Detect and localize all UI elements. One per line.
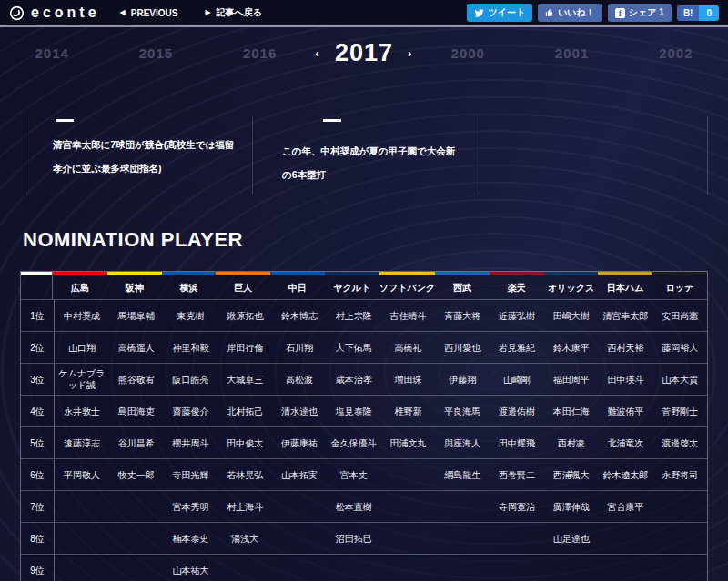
table-row: 6位平岡敬人牧丈一郎寺田光輝若林晃弘山本拓実宮本丈綱島龍生西巻賢二西浦颯大鈴木遼… (21, 458, 707, 490)
player-cell: 伊藤康祐 (272, 427, 327, 458)
hatena-bookmark-button[interactable]: B! 0 (677, 5, 719, 21)
team-name: 巨人 (234, 275, 252, 299)
hatena-icon: B! (677, 5, 700, 21)
share-label: シェア 1 (629, 6, 664, 19)
player-cell: 岸田行倫 (217, 332, 272, 363)
player-cell: ケムナブラッド誠 (55, 364, 109, 395)
player-cell: 谷川昌希 (109, 427, 164, 458)
player-cell (109, 491, 164, 522)
player-cell: 村上宗隆 (327, 300, 381, 331)
econte-logo-icon (9, 5, 25, 21)
player-cell: 清宮幸太郎 (599, 300, 653, 331)
timeline-year-2015[interactable]: 2015 (104, 45, 207, 61)
player-cell: 高松渡 (272, 364, 327, 395)
player-cell: 田浦文丸 (381, 427, 436, 458)
player-cell: 宮台康平 (599, 491, 653, 522)
player-cell: 清水達也 (272, 396, 327, 426)
player-cell: 山崎剛 (490, 364, 544, 395)
tweet-button[interactable]: ツイート (467, 4, 532, 22)
player-cell: 鈴木博志 (272, 300, 327, 331)
rank-label: 4位 (21, 396, 55, 426)
player-cell: 中村奨成 (55, 300, 109, 331)
player-cell: 綱島龍生 (435, 459, 490, 490)
player-cell: 遠藤淳志 (55, 427, 109, 458)
team-header: 日本ハム (598, 272, 652, 299)
like-button[interactable]: いいね！ (538, 4, 602, 22)
team-header: 阪神 (107, 272, 162, 299)
team-name: 日本ハム (607, 275, 643, 299)
player-cell: 大下佑馬 (327, 332, 381, 363)
next-year-arrow-icon[interactable]: › (408, 46, 412, 60)
player-cell: 渡邊啓太 (652, 427, 707, 458)
prev-year-arrow-icon[interactable]: ‹ (316, 46, 320, 60)
team-header: 巨人 (216, 272, 270, 299)
timeline-year-2000[interactable]: 2000 (416, 45, 520, 61)
team-name: 阪神 (126, 275, 144, 299)
fact-text-right: この年、中村奨成が夏の甲子園で大会新の6本塁打 (282, 139, 464, 187)
player-cell: 神里和毅 (164, 332, 218, 363)
team-header: ヤクルト (325, 272, 379, 299)
player-cell (652, 555, 707, 581)
player-cell: 平良海馬 (435, 396, 490, 426)
rank-label: 3位 (21, 364, 55, 395)
player-cell: 北村拓己 (217, 396, 272, 426)
rank-label: 9位 (21, 555, 55, 581)
player-cell (272, 523, 327, 554)
team-name: ソフトバンク (379, 275, 435, 299)
top-bar: econte ◀ PREVIOUS ▶ 記事へ戻る ツイート (0, 0, 728, 25)
player-cell: 牧丈一郎 (109, 459, 164, 490)
hatena-count: 0 (699, 5, 719, 21)
nav-previous-label: PREVIOUS (131, 8, 178, 18)
left-arrow-icon: ◀ (120, 9, 126, 16)
player-cell: 櫻井周斗 (164, 427, 218, 458)
team-header: オリックス (544, 272, 599, 299)
player-cell (55, 555, 109, 581)
player-cell: 高橋遥人 (109, 332, 164, 363)
player-cell: 齋藤俊介 (164, 396, 218, 426)
player-cell (544, 555, 599, 581)
team-header: 中日 (270, 272, 325, 299)
rank-label: 7位 (21, 491, 55, 522)
share-button[interactable]: f シェア 1 (608, 4, 672, 22)
team-name: オリックス (548, 275, 594, 299)
facebook-icon: f (615, 8, 625, 18)
team-name: 楽天 (508, 275, 526, 299)
player-cell: 斉藤大将 (435, 300, 490, 331)
header-separator (0, 25, 728, 27)
player-cell: 山本大貴 (652, 364, 707, 395)
player-cell: 菅野剛士 (652, 396, 707, 426)
player-cell (599, 523, 653, 554)
player-cell: 渡邊佑樹 (490, 396, 544, 426)
player-cell (381, 523, 436, 554)
nav-back-to-article[interactable]: ▶ 記事へ戻る (205, 6, 262, 19)
player-cell (272, 555, 327, 581)
player-cell: 永井敦士 (55, 396, 109, 426)
player-cell (55, 523, 109, 554)
player-cell: 安田尚憲 (652, 300, 707, 331)
thumbs-up-icon (545, 8, 554, 17)
timeline-divider (707, 116, 708, 195)
nav-previous[interactable]: ◀ PREVIOUS (120, 8, 178, 18)
like-label: いいね！ (558, 6, 595, 19)
player-cell: 塩見泰隆 (327, 396, 381, 426)
player-cell (599, 555, 653, 581)
timeline-year-2017[interactable]: ‹2017› (312, 39, 416, 67)
player-cell (435, 491, 490, 522)
logo-text: econte (31, 5, 100, 21)
team-header: 西武 (435, 272, 490, 299)
twitter-bird-icon (474, 8, 484, 18)
player-cell (109, 523, 164, 554)
player-cell: 田中耀飛 (490, 427, 544, 458)
team-header: ロッテ (652, 272, 707, 299)
econte-logo[interactable]: econte (9, 5, 100, 21)
team-name: 中日 (288, 275, 307, 299)
timeline-year-2016[interactable]: 2016 (208, 45, 312, 61)
timeline-year-2014[interactable]: 2014 (0, 45, 104, 61)
timeline-year-2002[interactable]: 2002 (624, 45, 728, 61)
player-cell (435, 555, 490, 581)
player-cell (652, 491, 707, 522)
year-timeline: 201420152016‹2017›200020012002 (0, 33, 728, 73)
social-buttons: ツイート いいね！ f シェア 1 B! 0 (467, 4, 719, 22)
player-cell: 鈴木遼太郎 (599, 459, 653, 490)
timeline-year-2001[interactable]: 2001 (520, 45, 623, 61)
